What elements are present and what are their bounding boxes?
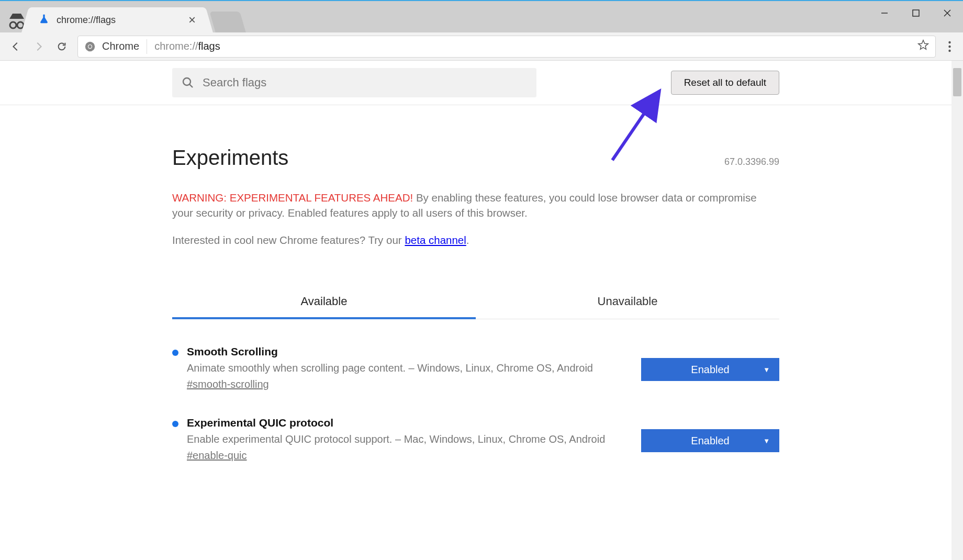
nav-back-button[interactable]: [4, 35, 27, 58]
flags-top-bar: Reset all to default: [0, 61, 951, 105]
svg-point-7: [948, 45, 950, 47]
window-close-button[interactable]: [932, 1, 963, 25]
svg-point-5: [88, 45, 92, 48]
tab-title: chrome://flags: [57, 15, 188, 26]
warning-text: WARNING: EXPERIMENTAL FEATURES AHEAD! By…: [172, 191, 779, 220]
scrollbar-thumb[interactable]: [953, 68, 961, 96]
beta-channel-link[interactable]: beta channel: [405, 234, 466, 246]
svg-point-9: [183, 78, 191, 85]
page-title: Experiments: [172, 146, 288, 170]
chevron-down-icon: ▼: [763, 366, 770, 374]
flags-tabs: Available Unavailable: [172, 286, 779, 319]
chrome-icon: [84, 41, 96, 52]
bookmark-star-icon[interactable]: [917, 39, 929, 53]
omnibox-origin-label: Chrome: [102, 40, 139, 52]
browser-toolbar: Chrome chrome://flags: [0, 32, 963, 61]
warning-prefix: WARNING: EXPERIMENTAL FEATURES AHEAD!: [172, 192, 413, 204]
flag-modified-dot-icon: [172, 421, 178, 427]
flag-row: Smooth Scrolling Animate smoothly when s…: [172, 345, 779, 390]
nav-reload-button[interactable]: [50, 35, 73, 58]
flag-state-select[interactable]: Enabled ▼: [641, 358, 779, 381]
flag-modified-dot-icon: [172, 350, 178, 356]
omnibox[interactable]: Chrome chrome://flags: [77, 36, 936, 58]
window-minimize-button[interactable]: [869, 1, 900, 25]
annotation-arrow-icon: [607, 82, 670, 165]
omnibox-separator: [147, 39, 147, 54]
window-titlebar: chrome://flags ×: [0, 1, 963, 32]
flag-row: Experimental QUIC protocol Enable experi…: [172, 417, 779, 462]
search-flags-input[interactable]: [203, 76, 527, 89]
flask-icon: [39, 14, 49, 27]
omnibox-url-path: flags: [198, 40, 220, 52]
nav-forward-button[interactable]: [27, 35, 50, 58]
new-tab-button[interactable]: [209, 12, 245, 32]
search-flags-field[interactable]: [172, 68, 536, 97]
vertical-scrollbar[interactable]: [951, 61, 963, 560]
tab-close-button[interactable]: ×: [188, 14, 196, 26]
flag-description: Animate smoothly when scrolling page con…: [187, 361, 631, 375]
browser-tab[interactable]: chrome://flags ×: [30, 7, 204, 32]
tab-unavailable[interactable]: Unavailable: [476, 286, 779, 319]
tab-available[interactable]: Available: [172, 286, 476, 319]
flag-title: Experimental QUIC protocol: [187, 417, 631, 429]
svg-point-0: [10, 22, 16, 28]
flag-state-select[interactable]: Enabled ▼: [641, 429, 779, 452]
svg-point-8: [948, 49, 950, 51]
flag-state-value: Enabled: [691, 364, 729, 376]
window-maximize-button[interactable]: [900, 1, 932, 25]
browser-menu-button[interactable]: [940, 41, 959, 52]
omnibox-url-scheme: chrome://: [154, 40, 198, 52]
svg-point-6: [948, 41, 950, 43]
flag-description: Enable experimental QUIC protocol suppor…: [187, 432, 631, 446]
flag-title: Smooth Scrolling: [187, 345, 631, 358]
search-icon: [182, 76, 194, 89]
chrome-version: 67.0.3396.99: [724, 156, 779, 167]
reset-all-button[interactable]: Reset all to default: [671, 71, 779, 95]
svg-line-10: [612, 91, 659, 160]
svg-rect-2: [913, 10, 919, 16]
flag-anchor-link[interactable]: #enable-quic: [187, 450, 247, 462]
beta-channel-line: Interested in cool new Chrome features? …: [172, 234, 779, 247]
flag-state-value: Enabled: [691, 435, 729, 447]
flag-anchor-link[interactable]: #smooth-scrolling: [187, 378, 269, 390]
chevron-down-icon: ▼: [763, 437, 770, 445]
